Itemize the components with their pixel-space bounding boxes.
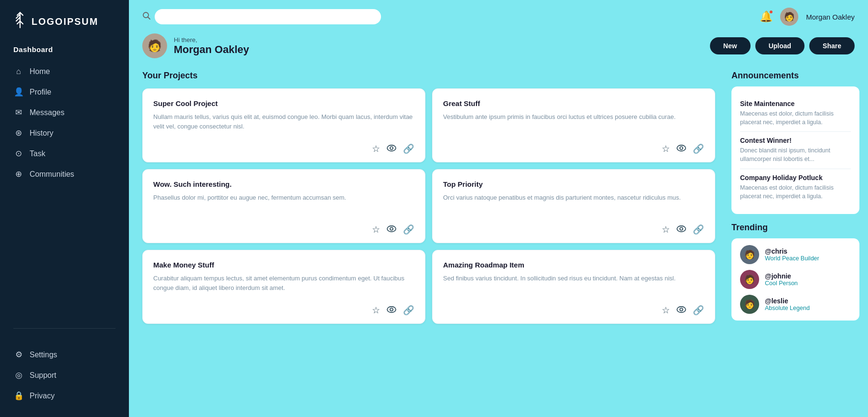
trending-handle-johnie: @johnie bbox=[765, 272, 798, 280]
svg-point-6 bbox=[387, 226, 396, 232]
star-icon-2[interactable]: ☆ bbox=[372, 224, 380, 235]
project-title-2: Wow. Such interesting. bbox=[153, 180, 414, 188]
welcome-text: Hi there, Morgan Oakley bbox=[174, 36, 249, 56]
sidebar-item-history[interactable]: ⊛ History bbox=[7, 123, 122, 143]
action-buttons: New Upload Share bbox=[710, 37, 855, 54]
topbar: 🔔 🧑 Morgan Oakley bbox=[129, 0, 868, 32]
link-icon-5[interactable]: 🔗 bbox=[693, 305, 704, 316]
trending-avatar-image-johnie: 🧑 bbox=[744, 274, 755, 285]
link-icon-1[interactable]: 🔗 bbox=[693, 143, 704, 154]
sidebar-item-label-home: Home bbox=[30, 67, 50, 76]
trending-list: 🧑 @chris World Peace Builder 🧑 @johnie C… bbox=[731, 238, 859, 321]
svg-point-10 bbox=[387, 307, 396, 312]
sidebar-item-communities[interactable]: ⊕ Communities bbox=[7, 164, 122, 184]
star-icon-5[interactable]: ☆ bbox=[662, 305, 670, 316]
view-icon-0[interactable] bbox=[387, 143, 396, 154]
upload-button[interactable]: Upload bbox=[755, 37, 804, 54]
share-button[interactable]: Share bbox=[809, 37, 855, 54]
view-icon-1[interactable] bbox=[677, 143, 686, 154]
announcement-title-0: Site Maintenance bbox=[740, 100, 851, 107]
view-icon-3[interactable] bbox=[677, 224, 686, 235]
project-desc-4: Curabitur aliquam tempus lectus, sit ame… bbox=[153, 274, 414, 298]
trending-item-chris[interactable]: 🧑 @chris World Peace Builder bbox=[740, 245, 851, 264]
welcome-avatar: 🧑 bbox=[142, 33, 167, 58]
project-desc-0: Nullam mauris tellus, varius quis elit a… bbox=[153, 112, 414, 137]
project-desc-3: Orci varius natoque penatibus et magnis … bbox=[443, 193, 704, 217]
search-input[interactable] bbox=[155, 9, 381, 24]
notification-button[interactable]: 🔔 bbox=[760, 11, 773, 23]
sidebar-item-home[interactable]: ⌂ Home bbox=[7, 62, 122, 81]
trending-desc-leslie: Absolute Legend bbox=[765, 305, 810, 311]
trending-info-johnie: @johnie Cool Person bbox=[765, 272, 798, 287]
project-desc-5: Sed finibus varius tincidunt. In sollici… bbox=[443, 274, 704, 298]
welcome-avatar-image: 🧑 bbox=[148, 39, 162, 53]
sidebar-item-label-task: Task bbox=[30, 150, 45, 158]
link-icon-2[interactable]: 🔗 bbox=[403, 224, 414, 235]
sidebar-item-profile[interactable]: 👤 Profile bbox=[7, 82, 122, 102]
sidebar-item-settings[interactable]: ⚙ Settings bbox=[7, 345, 122, 364]
announcement-text-2: Maecenas est dolor, dictum facilisis pla… bbox=[740, 183, 851, 201]
search-icon bbox=[142, 11, 151, 22]
project-actions-5: ☆ 🔗 bbox=[443, 305, 704, 316]
announcement-text-1: Donec blandit nisl ipsum, tincidunt ulla… bbox=[740, 146, 851, 163]
trending-item-johnie[interactable]: 🧑 @johnie Cool Person bbox=[740, 270, 851, 289]
support-icon: ◎ bbox=[13, 370, 24, 380]
sidebar-item-task[interactable]: ⊙ Task bbox=[7, 144, 122, 163]
project-actions-0: ☆ 🔗 bbox=[153, 143, 414, 154]
sidebar-item-label-profile: Profile bbox=[30, 88, 51, 96]
project-card-make-money: Make Money Stuff Curabitur aliquam tempu… bbox=[142, 250, 425, 324]
star-icon-0[interactable]: ☆ bbox=[372, 143, 380, 154]
trending-item-leslie[interactable]: 🧑 @leslie Absolute Legend bbox=[740, 295, 851, 314]
trending-handle-chris: @chris bbox=[765, 247, 819, 255]
link-icon-4[interactable]: 🔗 bbox=[403, 305, 414, 316]
welcome-left: 🧑 Hi there, Morgan Oakley bbox=[142, 33, 249, 58]
sidebar-item-messages[interactable]: ✉ Messages bbox=[7, 103, 122, 122]
project-title-4: Make Money Stuff bbox=[153, 261, 414, 269]
link-icon-0[interactable]: 🔗 bbox=[403, 143, 414, 154]
sidebar-item-privacy[interactable]: 🔒 Privacy bbox=[7, 386, 122, 406]
trending-avatar-chris: 🧑 bbox=[740, 245, 759, 264]
logo-text: LOGOIPSUM bbox=[32, 16, 98, 27]
project-actions-2: ☆ 🔗 bbox=[153, 224, 414, 235]
announcement-title-2: Company Holiday Potluck bbox=[740, 174, 851, 182]
view-icon-4[interactable] bbox=[387, 305, 396, 316]
svg-point-3 bbox=[390, 147, 393, 150]
trending-handle-leslie: @leslie bbox=[765, 297, 810, 305]
welcome-name: Morgan Oakley bbox=[174, 43, 249, 56]
new-button[interactable]: New bbox=[710, 37, 751, 54]
main-area: 🔔 🧑 Morgan Oakley 🧑 Hi there, Morgan Oak… bbox=[129, 0, 868, 417]
svg-point-13 bbox=[680, 308, 683, 311]
sidebar-item-label-history: History bbox=[30, 129, 53, 138]
content-area: Your Projects Super Cool Project Nullam … bbox=[129, 66, 868, 417]
announcements-card: Site Maintenance Maecenas est dolor, dic… bbox=[731, 86, 859, 214]
sidebar-nav: ⌂ Home 👤 Profile ✉ Messages ⊛ History ⊙ … bbox=[0, 62, 129, 321]
svg-point-2 bbox=[387, 145, 396, 151]
privacy-icon: 🔒 bbox=[13, 391, 24, 401]
project-title-5: Amazing Roadmap Item bbox=[443, 261, 704, 269]
announcement-title-1: Contest Winner! bbox=[740, 137, 851, 144]
sidebar-item-support[interactable]: ◎ Support bbox=[7, 365, 122, 385]
trending-title: Trending bbox=[731, 223, 859, 233]
project-actions-1: ☆ 🔗 bbox=[443, 143, 704, 154]
welcome-bar: 🧑 Hi there, Morgan Oakley New Upload Sha… bbox=[129, 32, 868, 66]
view-icon-2[interactable] bbox=[387, 224, 396, 235]
star-icon-4[interactable]: ☆ bbox=[372, 305, 380, 316]
logo-icon bbox=[13, 11, 27, 32]
link-icon-3[interactable]: 🔗 bbox=[693, 224, 704, 235]
trending-info-chris: @chris World Peace Builder bbox=[765, 247, 819, 262]
avatar-image: 🧑 bbox=[784, 11, 794, 22]
svg-point-5 bbox=[680, 147, 683, 150]
svg-line-1 bbox=[148, 17, 150, 19]
right-sidebar: Announcements Site Maintenance Maecenas … bbox=[725, 66, 868, 417]
trending-avatar-leslie: 🧑 bbox=[740, 295, 759, 314]
view-icon-5[interactable] bbox=[677, 305, 686, 316]
projects-section-title: Your Projects bbox=[142, 71, 715, 81]
star-icon-3[interactable]: ☆ bbox=[662, 224, 670, 235]
projects-area: Your Projects Super Cool Project Nullam … bbox=[129, 66, 725, 417]
project-card-top-priority: Top Priority Orci varius natoque penatib… bbox=[432, 169, 715, 243]
sidebar-bottom: ⚙ Settings ◎ Support 🔒 Privacy bbox=[0, 345, 129, 406]
star-icon-1[interactable]: ☆ bbox=[662, 143, 670, 154]
notification-badge bbox=[769, 10, 773, 14]
trending-avatar-image-chris: 🧑 bbox=[744, 249, 755, 260]
sidebar-item-label-settings: Settings bbox=[30, 351, 57, 359]
